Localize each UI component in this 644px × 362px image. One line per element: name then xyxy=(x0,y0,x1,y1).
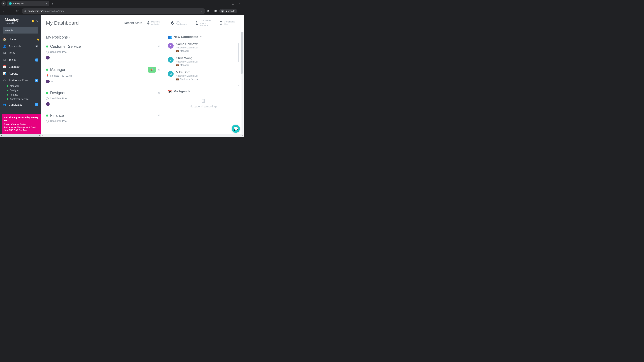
users-icon: 👥 xyxy=(3,103,6,106)
avatar-initial: N xyxy=(170,44,172,47)
main-content: My Dashboard Recent Stats 4 Positions Ac… xyxy=(41,15,244,137)
add-member-button[interactable]: + xyxy=(51,56,53,59)
minimize-icon[interactable]: ― xyxy=(226,2,228,5)
sidebar-item-calendar[interactable]: 📅 Calendar xyxy=(0,63,41,70)
candidate-added-by: Added by Lauren Deli xyxy=(176,74,239,77)
sidebar-item-reports[interactable]: 📊 Reports xyxy=(0,70,41,77)
gear-icon[interactable]: ⚙ xyxy=(36,19,38,22)
tab-search-dropdown[interactable]: ▾ xyxy=(1,1,6,6)
sidebar-scrollbar[interactable]: ◂ ▸ xyxy=(0,134,41,137)
sidepanel-icon[interactable]: ◧ xyxy=(214,9,217,13)
browser-menu-icon[interactable]: ⋮ xyxy=(240,9,242,13)
gear-icon[interactable]: ⚙ xyxy=(158,114,160,117)
incognito-label: Incognito xyxy=(226,10,235,12)
reload-icon[interactable]: ⟳ xyxy=(15,9,20,13)
position-meta: Candidate Pool xyxy=(50,119,67,122)
envelope-icon: ✉ xyxy=(3,51,6,55)
stat-number: 4 xyxy=(147,20,150,26)
candidate-item[interactable]: N Name Unknown Added by Lauren Deli 💼Man… xyxy=(168,42,239,52)
positions-heading-label: My Positions xyxy=(46,35,68,39)
position-card[interactable]: Finance ⚙ ◯Candidate Pool xyxy=(46,113,160,122)
scroll-right-icon[interactable]: ▸ xyxy=(242,135,243,137)
add-position-button[interactable]: + xyxy=(35,79,38,82)
sidebar-subitem-customer-service[interactable]: Customer Service xyxy=(7,97,41,101)
site-settings-icon[interactable]: ⚙ xyxy=(24,10,26,12)
candidate-added-by: Added by Lauren Deli xyxy=(176,46,239,49)
sidebar-item-tasks[interactable]: ☑ Tasks + xyxy=(0,56,41,63)
url-host: app.breezy.hr xyxy=(28,10,42,12)
close-window-icon[interactable]: ✕ xyxy=(238,2,240,5)
home-icon: 🏠 xyxy=(3,37,6,41)
candidate-item[interactable]: M Mika Dom Added by Lauren Deli 💼Custome… xyxy=(168,70,239,80)
avatar[interactable] xyxy=(46,102,50,106)
position-card[interactable]: Designer ⚙ ◯Candidate Pool + xyxy=(46,91,160,106)
sidebar-subitem-designer[interactable]: Designer xyxy=(7,88,41,92)
new-candidates-heading[interactable]: 👥 New Candidates ▾ xyxy=(168,35,239,39)
megaphone-button[interactable]: 📣 xyxy=(148,67,156,72)
scroll-right-icon[interactable]: ▸ xyxy=(39,134,40,137)
scroll-left-icon[interactable]: ◂ xyxy=(1,134,2,137)
sidebar-item-home[interactable]: 🏠 Home xyxy=(0,36,41,43)
promo-body: Easier, Cleaner, Better Performance Mana… xyxy=(4,123,38,132)
candidate-role: Manager xyxy=(180,50,189,52)
sidebar-header: ‹ Moodjoy Lauren Deli 🔔 ⚙ xyxy=(0,15,41,26)
add-member-button[interactable]: + xyxy=(51,80,53,83)
avatar[interactable] xyxy=(46,80,50,83)
incognito-badge[interactable]: ◐ Incognito xyxy=(219,9,237,13)
maximize-icon[interactable]: ▢ xyxy=(232,2,234,5)
gear-icon[interactable]: ⚙ xyxy=(158,45,160,48)
close-icon[interactable]: ✕ xyxy=(46,2,48,5)
add-candidate-button[interactable]: + xyxy=(35,103,38,106)
promo-banner[interactable]: Introducing Perform by Breezy HR Easier,… xyxy=(2,114,41,134)
extensions-icon[interactable]: ⊞ xyxy=(207,9,210,13)
position-card[interactable]: Customer Service ⚙ ◯Candidate Pool + xyxy=(46,44,160,59)
sidebar-item-applicants[interactable]: 👤 Applicants 4 xyxy=(0,43,41,50)
candidate-role: Customer Service xyxy=(180,78,198,80)
user-circle-icon: ◯ xyxy=(46,119,49,122)
sidebar-back-icon[interactable]: ‹ xyxy=(2,19,4,23)
gear-icon[interactable]: ⚙ xyxy=(158,91,160,94)
company-block[interactable]: Moodjoy Lauren Deli xyxy=(5,17,30,24)
sidebar-subitem-finance[interactable]: Finance xyxy=(7,92,41,97)
recent-stats-label: Recent Stats xyxy=(124,21,142,25)
scroll-left-icon[interactable]: ◂ xyxy=(42,135,43,137)
gear-icon[interactable]: ⚙ xyxy=(158,68,160,71)
main-scrollbar-track[interactable] xyxy=(242,32,244,134)
add-member-button[interactable]: + xyxy=(51,103,53,105)
incognito-icon: ◐ xyxy=(221,9,224,12)
new-tab-button[interactable]: ＋ xyxy=(51,1,54,5)
forward-icon[interactable]: → xyxy=(8,9,13,13)
sidebar-item-inbox[interactable]: ✉ Inbox xyxy=(0,50,41,56)
main-scrollbar-thumb[interactable] xyxy=(241,32,243,74)
back-icon[interactable]: ← xyxy=(2,9,6,13)
candidate-name: Name Unknown xyxy=(176,42,239,46)
sidebar-item-positions[interactable]: 🗂 Positions / Pools + xyxy=(0,77,41,84)
browser-tab[interactable]: b Breezy HR ✕ xyxy=(8,1,49,6)
user-icon: 👤 xyxy=(3,44,6,48)
calendar-large-icon: 🗓 xyxy=(168,98,239,104)
nav-label: Reports xyxy=(9,72,18,75)
candidate-item[interactable]: C Chris Wong Added by Lauren Deli 💼Manag… xyxy=(168,56,239,66)
avatar[interactable] xyxy=(46,56,50,59)
address-bar[interactable]: ⚙ app.breezy.hr/app/c/moodjoy/home ☆ xyxy=(22,8,205,14)
chat-fab-button[interactable]: 💬 xyxy=(232,125,240,133)
recent-stats: Recent Stats 4 Positions Activated 6 New… xyxy=(124,19,239,27)
candidates-expand-icon[interactable]: ▾ xyxy=(168,84,239,86)
stat-moved-forward: 1 Candidates Moved Forward xyxy=(196,19,215,27)
add-task-button[interactable]: + xyxy=(35,58,38,61)
bell-icon[interactable]: 🔔 xyxy=(31,19,34,22)
positions-heading[interactable]: My Positions ▾ xyxy=(46,35,160,39)
sidebar-item-candidates[interactable]: 👥 Candidates + xyxy=(0,101,41,108)
position-card[interactable]: Manager 📣 ⚙ 📍Remote ⊞12345 + xyxy=(46,67,160,83)
applicants-count-badge: 4 xyxy=(36,45,38,47)
position-title: Finance xyxy=(50,113,64,118)
main-horizontal-scrollbar[interactable]: ◂ ▸ xyxy=(41,134,244,137)
sidebar-subitem-manager[interactable]: Manager xyxy=(7,84,41,88)
stat-number: 6 xyxy=(171,20,174,26)
bookmark-star-icon[interactable]: ☆ xyxy=(201,10,203,12)
sub-label: Customer Service xyxy=(10,98,28,100)
stat-hired: 0 Candidates Hired xyxy=(220,20,239,26)
search-input[interactable] xyxy=(3,27,38,33)
reports-icon: 📊 xyxy=(3,72,6,75)
agenda-empty-state: 🗓 No upcoming meetings xyxy=(168,98,239,108)
